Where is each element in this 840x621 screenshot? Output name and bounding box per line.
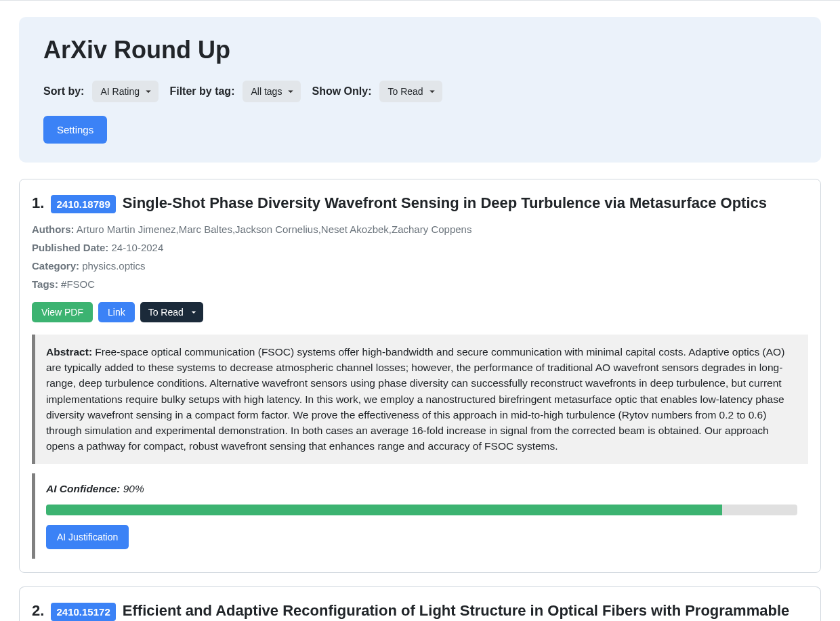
progress-bar-fill bbox=[46, 505, 722, 515]
confidence-box: AI Confidence: 90% AI Justification bbox=[32, 473, 808, 559]
abstract-text: Free-space optical communication (FSOC) … bbox=[46, 346, 784, 452]
page-title: ArXiv Round Up bbox=[43, 36, 797, 64]
tags-line: Tags: #FSOC bbox=[32, 278, 808, 290]
top-divider bbox=[0, 0, 840, 1]
link-button[interactable]: Link bbox=[98, 302, 135, 322]
settings-button[interactable]: Settings bbox=[43, 116, 107, 144]
paper-title-row: 2. 2410.15172 Efficient and Adaptive Rec… bbox=[32, 601, 808, 621]
paper-card: 2. 2410.15172 Efficient and Adaptive Rec… bbox=[19, 586, 821, 621]
actions-row: View PDF Link To Read bbox=[32, 302, 808, 322]
paper-title-text: Efficient and Adaptive Reconfiguration o… bbox=[32, 602, 789, 621]
header-card: ArXiv Round Up Sort by: AI Rating Filter… bbox=[19, 17, 821, 163]
paper-id-badge[interactable]: 2410.15172 bbox=[51, 603, 115, 621]
published-value: 24-10-2024 bbox=[112, 242, 164, 253]
show-label: Show Only: bbox=[312, 85, 371, 98]
filter-label: Filter by tag: bbox=[169, 85, 234, 98]
show-control-group: Show Only: To Read bbox=[312, 81, 442, 102]
abstract-label: Abstract: bbox=[46, 346, 92, 358]
sort-label: Sort by: bbox=[43, 85, 84, 98]
published-label: Published Date: bbox=[32, 242, 108, 253]
tags-value: #FSOC bbox=[61, 278, 95, 290]
progress-bar-bg bbox=[46, 505, 797, 515]
category-value: physics.optics bbox=[82, 260, 145, 272]
sort-control-group: Sort by: AI Rating bbox=[43, 81, 159, 102]
paper-id-badge[interactable]: 2410.18789 bbox=[51, 195, 115, 213]
paper-card: 1. 2410.18789 Single-Shot Phase Diversit… bbox=[19, 179, 821, 573]
category-label: Category: bbox=[32, 260, 79, 272]
authors-value: Arturo Martin Jimenez,Marc Baltes,Jackso… bbox=[77, 223, 472, 235]
tags-label: Tags: bbox=[32, 278, 58, 290]
controls-row: Sort by: AI Rating Filter by tag: All ta… bbox=[43, 81, 797, 102]
filter-control-group: Filter by tag: All tags bbox=[169, 81, 301, 102]
paper-title-text: Single-Shot Phase Diversity Wavefront Se… bbox=[123, 194, 767, 211]
sort-select[interactable]: AI Rating bbox=[92, 81, 159, 102]
authors-line: Authors: Arturo Martin Jimenez,Marc Balt… bbox=[32, 223, 808, 235]
view-pdf-button[interactable]: View PDF bbox=[32, 302, 93, 322]
paper-index: 1. bbox=[32, 194, 44, 211]
status-select[interactable]: To Read bbox=[140, 302, 203, 322]
ai-justification-button[interactable]: AI Justification bbox=[46, 525, 129, 549]
confidence-label: AI Confidence: bbox=[46, 483, 120, 494]
paper-title-row: 1. 2410.18789 Single-Shot Phase Diversit… bbox=[32, 193, 808, 214]
authors-label: Authors: bbox=[32, 223, 75, 235]
abstract-box: Abstract: Free-space optical communicati… bbox=[32, 335, 808, 464]
filter-select[interactable]: All tags bbox=[243, 81, 301, 102]
confidence-value: 90% bbox=[123, 483, 144, 494]
paper-index: 2. bbox=[32, 602, 44, 619]
show-select[interactable]: To Read bbox=[379, 81, 442, 102]
published-line: Published Date: 24-10-2024 bbox=[32, 242, 808, 253]
confidence-line: AI Confidence: 90% bbox=[46, 483, 797, 495]
category-line: Category: physics.optics bbox=[32, 260, 808, 272]
